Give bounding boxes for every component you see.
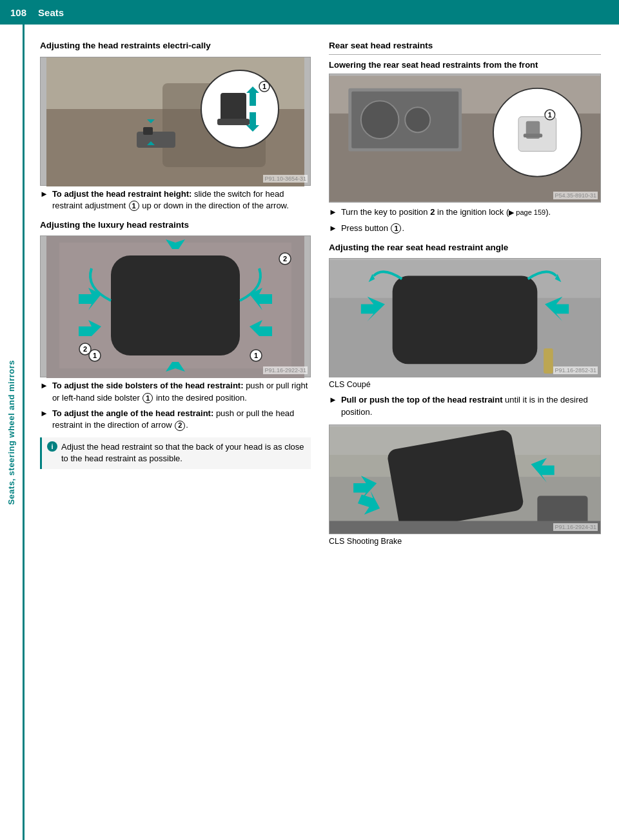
bullet-text-3b: Press button 1. [341,223,404,234]
bold-position-2: 2 [430,207,435,217]
svg-rect-40 [524,134,542,138]
svg-rect-50 [544,348,553,374]
sidebar: Seats, steering wheel and mirrors [0,25,25,840]
bullet-arrow-3a: ► [329,206,337,218]
image-head-restraint-electric: 1 P91.10-3654-31 [40,57,311,186]
bullet-arrow-4: ► [329,394,337,406]
bullet-arrow-2b: ► [40,408,48,419]
image-luxury-restraint: 1 1 2 2 P91.16-2922-31 [40,235,311,377]
image-rear-restraint-lower: 1 P54.35-8910-31 [329,74,601,203]
image4-ref: P91.16-2852-31 [553,366,598,374]
bullet-item-2b: ► To adjust the angle of the head restra… [40,408,311,431]
svg-text:1: 1 [93,352,97,359]
bullet-arrow-2a: ► [40,380,48,392]
bullet-item-3a: ► Turn the key to position 2 in the igni… [329,206,601,218]
image5-ref: P91.16-2924-31 [553,523,598,531]
info-note: i Adjust the head restraint so that the … [40,437,311,468]
right-column: Rear seat head restraints Lowering the r… [329,40,601,825]
page-ref: ▶ page 159 [509,208,545,216]
left-column: Adjusting the head restraints electri-ca… [40,40,311,825]
svg-text:1: 1 [262,83,266,90]
bullet-text-3a: Turn the key to position 2 in the igniti… [341,206,551,218]
image-rear-angle-brake: P91.16-2924-31 [329,425,601,534]
bullet-section-4: ► Pull or push the top of the head restr… [329,394,601,417]
image3-ref: P54.35-8910-31 [553,192,598,199]
svg-text:1: 1 [548,111,552,119]
bullet-item-4: ► Pull or push the top of the head restr… [329,394,601,417]
info-text: Adjust the head restraint so that the ba… [61,441,306,465]
main-content: Adjusting the head restraints electri-ca… [25,25,619,840]
bullet-arrow-1: ► [40,188,48,200]
bullet-text-2a: To adjust the side bolsters of the head … [52,380,311,403]
bullet-section-3: ► Turn the key to position 2 in the igni… [329,206,601,234]
svg-point-36 [405,108,430,133]
right-subsection1-heading: Lowering the rear seat head restraints f… [329,60,601,71]
num-badge-2a: 1 [142,393,153,403]
num-badge-2b: 2 [175,421,185,431]
header-bar: 108 Seats [0,0,619,25]
num-badge-1: 1 [129,201,139,211]
section2-heading: Adjusting the luxury head restraints [40,219,311,231]
svg-rect-10 [137,132,175,148]
bullet-bold-2b: To adjust the angle of the head restrain… [52,408,213,418]
bullet-bold-4: Pull or push the top of the head restrai… [341,395,503,405]
image-rear-angle-coupe: P91.16-2852-31 [329,258,601,377]
bullet-section-1: ► To adjust the head restraint height: s… [40,188,311,212]
svg-rect-45 [393,276,538,365]
info-icon: i [47,441,57,452]
svg-point-35 [361,101,399,139]
page-number: 108 [10,7,26,18]
right-section1-heading: Rear seat head restraints [329,40,601,55]
bullet-section-2: ► To adjust the side bolsters of the hea… [40,380,311,431]
cls-label-brake: CLS Shooting Brake [329,537,601,546]
bullet-item-3b: ► Press button 1. [329,223,601,234]
num-badge-3b: 1 [391,223,401,234]
bullet-text-2b: To adjust the angle of the head restrain… [52,408,311,431]
image1-ref: P91.10-3654-31 [263,175,308,183]
bullet-arrow-3b: ► [329,223,337,234]
bullet-bold-1: To adjust the head restraint height: [52,189,192,199]
svg-rect-11 [143,127,153,135]
image2-ref: P91.16-2922-31 [263,366,308,374]
svg-rect-5 [217,119,250,125]
header-title: Seats [38,7,64,18]
svg-rect-16 [111,255,240,355]
svg-text:2: 2 [83,345,87,353]
bullet-item-1: ► To adjust the head restraint height: s… [40,188,311,212]
svg-text:1: 1 [254,352,258,359]
right-section2-heading: Adjusting the rear seat head restraint a… [329,242,601,254]
svg-text:2: 2 [283,255,287,263]
cls-label-coupe: CLS Coupé [329,380,601,389]
section1-heading: Adjusting the head restraints electri-ca… [40,40,311,52]
bullet-bold-2a: To adjust the side bolsters of the head … [52,381,244,390]
sidebar-label: Seats, steering wheel and mirrors [6,360,16,505]
bullet-item-2a: ► To adjust the side bolsters of the hea… [40,380,311,403]
bullet-text-4: Pull or push the top of the head restrai… [341,394,601,417]
bullet-text-1: To adjust the head restraint height: sli… [52,188,311,212]
